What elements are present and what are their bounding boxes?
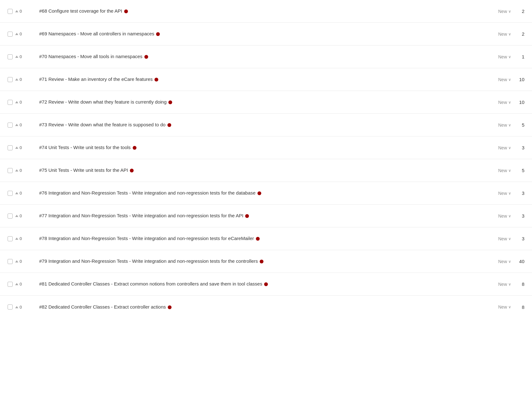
table-row: 0#73 Review - Write down what the featur…	[0, 114, 532, 136]
points-col: 3	[511, 213, 527, 219]
issue-title[interactable]: #76 Integration and Non-Regression Tests…	[39, 190, 261, 195]
vote-count: 0	[20, 168, 22, 173]
issue-checkbox-81[interactable]	[8, 282, 13, 287]
priority-dot	[257, 191, 261, 195]
status-col[interactable]: New∨	[476, 77, 511, 82]
issue-checkbox-71[interactable]	[8, 77, 13, 82]
priority-dot	[168, 305, 172, 309]
issue-title[interactable]: #71 Review - Make an inventory of the eC…	[39, 76, 158, 82]
checkbox-col	[5, 214, 15, 219]
issue-checkbox-76[interactable]	[8, 191, 13, 196]
issue-title[interactable]: #70 Namespaces - Move all tools in names…	[39, 54, 148, 59]
status-label: New	[498, 54, 507, 59]
issue-checkbox-72[interactable]	[8, 100, 13, 105]
chevron-down-icon: ∨	[508, 191, 511, 195]
issue-title[interactable]: #68 Configure test coverage for the API	[39, 8, 128, 14]
status-label: New	[498, 168, 507, 173]
status-col[interactable]: New∨	[476, 9, 511, 14]
points-col: 1	[511, 54, 527, 59]
issue-title[interactable]: #75 Unit Tests - Write unit tests for th…	[39, 167, 134, 173]
checkbox-col	[5, 304, 15, 310]
status-col[interactable]: New∨	[476, 100, 511, 105]
points-col: 3	[511, 145, 527, 150]
status-col[interactable]: New∨	[476, 259, 511, 264]
chevron-down-icon: ∨	[508, 259, 511, 264]
vote-col: 0	[15, 168, 34, 173]
issue-checkbox-75[interactable]	[8, 168, 13, 173]
issue-checkbox-73[interactable]	[8, 123, 13, 128]
issue-title[interactable]: #69 Namespaces - Move all controllers in…	[39, 31, 160, 36]
status-col[interactable]: New∨	[476, 145, 511, 150]
upvote-icon[interactable]	[15, 260, 18, 262]
status-col[interactable]: New∨	[476, 123, 511, 128]
upvote-icon[interactable]	[15, 283, 18, 285]
issue-title-col: #70 Namespaces - Move all tools in names…	[34, 53, 476, 60]
vote-col: 0	[15, 77, 34, 82]
issue-title-col: #82 Dedicated Controller Classes - Extra…	[34, 304, 476, 311]
points-col: 40	[511, 259, 527, 264]
issue-title[interactable]: #79 Integration and Non-Regression Tests…	[39, 258, 263, 264]
upvote-icon[interactable]	[15, 238, 18, 240]
priority-dot	[168, 100, 172, 104]
issue-title[interactable]: #78 Integration and Non-Regression Tests…	[39, 236, 260, 241]
issue-title[interactable]: #82 Dedicated Controller Classes - Extra…	[39, 304, 172, 310]
points-col: 2	[511, 31, 527, 37]
issue-title-col: #69 Namespaces - Move all controllers in…	[34, 30, 476, 38]
chevron-down-icon: ∨	[508, 237, 511, 241]
status-col[interactable]: New∨	[476, 282, 511, 287]
status-col[interactable]: New∨	[476, 304, 511, 310]
vote-count: 0	[20, 123, 22, 127]
upvote-icon[interactable]	[15, 33, 18, 35]
checkbox-col	[5, 9, 15, 14]
status-col[interactable]: New∨	[476, 32, 511, 37]
checkbox-col	[5, 168, 15, 173]
status-col[interactable]: New∨	[476, 54, 511, 59]
upvote-icon[interactable]	[15, 169, 18, 171]
status-label: New	[498, 145, 507, 150]
upvote-icon[interactable]	[15, 192, 18, 194]
issue-title-col: #68 Configure test coverage for the API	[34, 8, 476, 15]
upvote-icon[interactable]	[15, 10, 18, 12]
upvote-icon[interactable]	[15, 78, 18, 81]
upvote-icon[interactable]	[15, 124, 18, 126]
upvote-icon[interactable]	[15, 306, 18, 308]
upvote-icon[interactable]	[15, 215, 18, 217]
issue-checkbox-82[interactable]	[8, 304, 13, 310]
priority-dot	[124, 9, 128, 13]
vote-col: 0	[15, 9, 34, 14]
vote-count: 0	[20, 282, 22, 286]
table-row: 0#77 Integration and Non-Regression Test…	[0, 205, 532, 227]
points-col: 10	[511, 99, 527, 105]
points-col: 5	[511, 168, 527, 173]
checkbox-col	[5, 236, 15, 241]
issue-checkbox-79[interactable]	[8, 259, 13, 264]
issue-title[interactable]: #73 Review - Write down what the feature…	[39, 122, 171, 127]
status-col[interactable]: New∨	[476, 191, 511, 196]
issue-title[interactable]: #77 Integration and Non-Regression Tests…	[39, 213, 249, 218]
checkbox-col	[5, 100, 15, 105]
status-col[interactable]: New∨	[476, 168, 511, 173]
status-col[interactable]: New∨	[476, 236, 511, 241]
status-label: New	[498, 259, 507, 264]
issue-title-col: #79 Integration and Non-Regression Tests…	[34, 258, 476, 265]
vote-count: 0	[20, 214, 22, 218]
issue-checkbox-77[interactable]	[8, 214, 13, 219]
issue-checkbox-78[interactable]	[8, 236, 13, 241]
issue-title[interactable]: #81 Dedicated Controller Classes - Extra…	[39, 281, 268, 286]
priority-dot	[154, 78, 158, 81]
issue-title-col: #78 Integration and Non-Regression Tests…	[34, 235, 476, 242]
issue-title[interactable]: #74 Unit Tests - Write unit tests for th…	[39, 145, 136, 150]
table-row: 0#81 Dedicated Controller Classes - Extr…	[0, 273, 532, 296]
issue-title-col: #72 Review - Write down what they featur…	[34, 99, 476, 106]
points-col: 2	[511, 9, 527, 14]
issue-checkbox-70[interactable]	[8, 54, 13, 59]
upvote-icon[interactable]	[15, 147, 18, 149]
upvote-icon[interactable]	[15, 101, 18, 103]
status-col[interactable]: New∨	[476, 214, 511, 219]
vote-count: 0	[20, 54, 22, 59]
issue-title[interactable]: #72 Review - Write down what they featur…	[39, 99, 172, 105]
issue-checkbox-68[interactable]	[8, 9, 13, 14]
issue-checkbox-74[interactable]	[8, 145, 13, 150]
upvote-icon[interactable]	[15, 56, 18, 58]
issue-checkbox-69[interactable]	[8, 32, 13, 37]
